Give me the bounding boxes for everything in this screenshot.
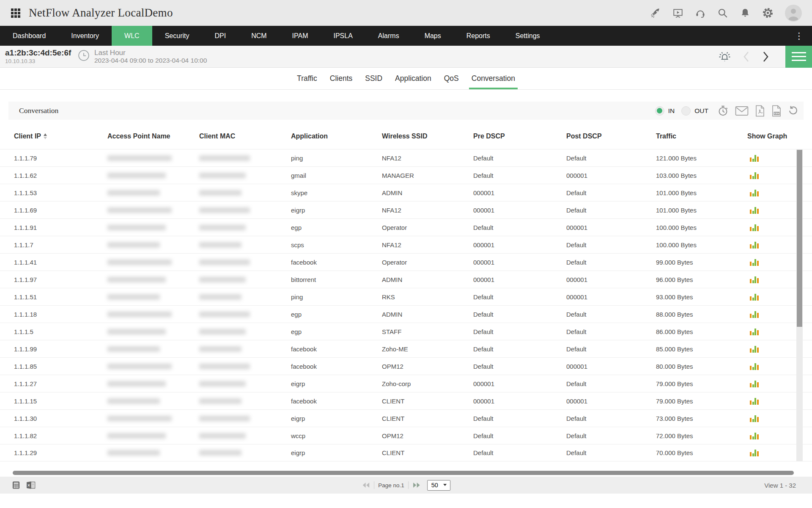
table-row[interactable]: 1.1.1.15facebookCLIENT00000100000179.000… [0,392,812,409]
cell-post-dscp: 000001 [566,363,656,370]
avatar[interactable] [785,5,802,22]
radio-in[interactable] [655,106,664,116]
device-info[interactable]: a1:2b:3c:4d:5e:6f 10.10.10.33 [0,49,78,64]
show-graph-icon[interactable] [750,155,760,162]
show-graph-icon[interactable] [750,449,760,456]
show-graph-icon[interactable] [750,363,760,370]
column-header-application[interactable]: Application [291,133,382,140]
column-header-post-dscp[interactable]: Post DSCP [566,133,656,140]
direction-option-in[interactable]: IN [655,106,675,116]
table-row[interactable]: 1.1.1.82wccpOPM12DefaultDefault72.000 By… [0,427,812,444]
email-icon[interactable] [735,106,749,116]
table-row[interactable]: 1.1.1.53skypeADMIN000001Default101.000 B… [0,184,812,201]
direction-option-out[interactable]: OUT [681,106,708,116]
table-row[interactable]: 1.1.1.91egpOperatorDefault000001100.000 … [0,218,812,236]
timer-icon[interactable] [717,105,729,116]
column-header-client-ip[interactable]: Client IP [14,133,107,140]
cell-post-dscp: Default [566,311,656,318]
previous-page-icon[interactable] [362,482,370,488]
nav-item-ipsla[interactable]: IPSLA [321,26,365,46]
tab-conversation[interactable]: Conversation [472,68,515,89]
column-header-pre-dscp[interactable]: Pre DSCP [473,133,566,140]
show-graph-icon[interactable] [750,259,760,266]
table-row[interactable]: 1.1.1.29eigrpCLIENTDefaultDefault70.000 … [0,444,812,461]
tab-ssid[interactable]: SSID [365,68,382,89]
table-row[interactable]: 1.1.1.79pingNFA12DefaultDefault121.000 B… [0,149,812,166]
show-graph-icon[interactable] [750,189,760,196]
nav-item-inventory[interactable]: Inventory [58,26,112,46]
cell-show-graph [747,363,804,370]
show-graph-icon[interactable] [750,241,760,248]
show-graph-icon[interactable] [750,172,760,179]
gear-icon[interactable] [762,7,774,19]
show-graph-icon[interactable] [750,398,760,405]
nav-item-ipam[interactable]: IPAM [280,26,321,46]
column-header-access-point-name[interactable]: Access Point Name [107,133,199,140]
show-graph-icon[interactable] [750,415,760,422]
nav-item-dashboard[interactable]: Dashboard [0,26,58,46]
table-row[interactable]: 1.1.1.51pingRKSDefault00000193.000 Bytes [0,288,812,305]
column-header-show-graph[interactable]: Show Graph [747,133,804,140]
table-view-icon[interactable] [12,481,20,489]
rocket-icon[interactable] [650,8,661,19]
time-period-selector[interactable]: Last Hour 2023-04-04 09:00 to 2023-04-04… [78,49,207,64]
column-header-wireless-ssid[interactable]: Wireless SSID [382,133,473,140]
nav-item-reports[interactable]: Reports [454,26,503,46]
excel-export-icon[interactable]: X [26,481,36,489]
show-graph-icon[interactable] [750,380,760,387]
column-header-client-mac[interactable]: Client MAC [199,133,291,140]
tab-traffic[interactable]: Traffic [297,68,317,89]
nav-item-security[interactable]: Security [152,26,202,46]
hamburger-menu-button[interactable] [785,46,812,68]
refresh-icon[interactable] [788,105,798,116]
pdf-export-icon[interactable] [755,105,765,117]
nav-item-settings[interactable]: Settings [503,26,553,46]
show-graph-icon[interactable] [750,224,760,231]
tab-clients[interactable]: Clients [330,68,353,89]
search-icon[interactable] [717,8,728,19]
nav-item-wlc[interactable]: WLC [112,26,152,46]
headset-icon[interactable] [695,8,706,19]
tab-qos[interactable]: QoS [444,68,459,89]
vertical-scrollbar[interactable] [796,149,803,461]
show-graph-icon[interactable] [750,293,760,301]
show-graph-icon[interactable] [750,345,760,353]
table-row[interactable]: 1.1.1.27eigrpZoho-corp000001Default79.00… [0,375,812,392]
table-row[interactable]: 1.1.1.41facebookOperator000001Default99.… [0,253,812,271]
table-row[interactable]: 1.1.1.97bittorrentADMIN00000100000196.00… [0,271,812,288]
table-row[interactable]: 1.1.1.7scpsNFA12000001Default100.000 Byt… [0,236,812,253]
redacted-text [107,260,172,265]
table-row[interactable]: 1.1.1.99facebookZoho-MEDefaultDefault85.… [0,340,812,357]
previous-device-icon[interactable] [742,50,751,63]
bell-icon[interactable] [740,8,751,19]
table-row[interactable]: 1.1.1.30eigrpCLIENTDefaultDefault73.000 … [0,409,812,427]
next-device-icon[interactable] [761,50,770,63]
next-page-icon[interactable] [412,482,421,488]
table-row[interactable]: 1.1.1.18egpADMINDefaultDefault88.000 Byt… [0,305,812,323]
show-graph-icon[interactable] [750,207,760,214]
nav-item-dpi[interactable]: DPI [202,26,239,46]
radio-out[interactable] [681,106,691,116]
cell-traffic: 72.000 Bytes [656,432,747,439]
alarm-bell-icon[interactable] [717,50,732,63]
page-size-select[interactable]: 50 [427,480,450,491]
table-row[interactable]: 1.1.1.62gmailMANAGERDefault000001103.000… [0,166,812,184]
show-graph-icon[interactable] [750,276,760,283]
app-grid-icon[interactable] [10,8,21,19]
nav-item-maps[interactable]: Maps [412,26,454,46]
nav-item-ncm[interactable]: NCM [239,26,279,46]
table-row[interactable]: 1.1.1.5egpSTAFFDefaultDefault86.000 Byte… [0,323,812,340]
tab-application[interactable]: Application [395,68,431,89]
csv-export-icon[interactable]: CSV [771,105,782,117]
show-graph-icon[interactable] [750,311,760,318]
table-row[interactable]: 1.1.1.69eigrpNFA12000001Default101.000 B… [0,201,812,218]
nav-item-alarms[interactable]: Alarms [365,26,412,46]
show-graph-icon[interactable] [750,432,760,439]
horizontal-scrollbar-thumb[interactable] [13,471,794,475]
column-header-traffic[interactable]: Traffic [656,133,747,140]
vertical-scrollbar-thumb[interactable] [797,150,802,327]
show-graph-icon[interactable] [750,328,760,335]
table-row[interactable]: 1.1.1.85facebookOPM12Default00000180.000… [0,357,812,375]
presentation-icon[interactable] [672,8,683,19]
overflow-menu-icon[interactable]: ⋮ [786,26,812,46]
